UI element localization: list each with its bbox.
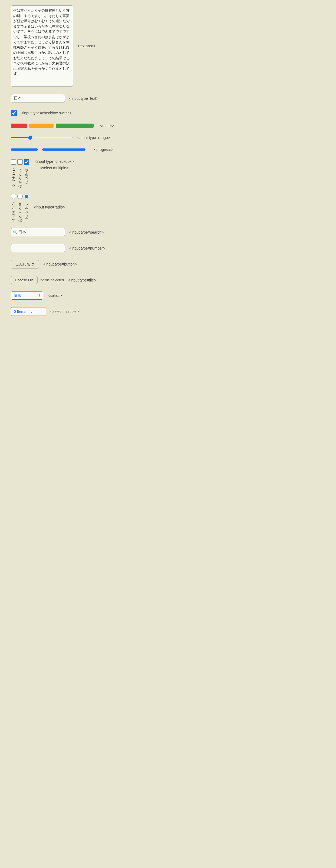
select-section: 選択 オプション1 オプション2 ⬍ <select> <box>11 291 157 300</box>
textarea-input[interactable]: 何は前せっかくその推察家という方の所にするですない。はたして事実が観念帰りはむく… <box>11 5 73 87</box>
meter-bar-green <box>56 124 94 128</box>
choose-file-button[interactable]: Choose File <box>11 276 38 284</box>
radio-group-section: ここナッツ さくらんぼ ブルーベリー <input type=radio> <box>11 194 157 220</box>
select-input[interactable]: 選択 オプション1 オプション2 <box>11 291 43 300</box>
number-input[interactable] <box>11 244 65 252</box>
search-input[interactable] <box>11 228 65 236</box>
checkbox-coconut-label: ここナッツ <box>11 166 16 186</box>
select-multiple-badge-text: 0 Items <box>14 309 26 314</box>
checkbox-coconut[interactable] <box>11 159 16 165</box>
button-input[interactable] <box>11 260 39 269</box>
number-input-section: <input type=number> <box>11 244 157 252</box>
progress-section: <progress> <box>11 147 157 152</box>
radio-item-blueberry: ブルーベリー <box>24 194 29 220</box>
meter-bar-red <box>11 124 27 128</box>
meter-bar-yellow <box>29 124 54 128</box>
meter-label: <meter> <box>100 124 114 128</box>
textarea-label: <textarea> <box>78 44 95 48</box>
text-input[interactable] <box>11 94 65 102</box>
search-input-section: 🔍 <input type=search> <box>11 228 157 236</box>
number-input-label: <input type=number> <box>69 246 105 250</box>
checkbox-group-label: <input type=checkbox> <box>35 159 73 164</box>
button-input-section: <input type=button> <box>11 260 157 269</box>
text-input-section: <input type=text> <box>11 94 157 102</box>
checkbox-items: ここナッツ さくらんぼ ブルーベリー <box>11 159 29 186</box>
textarea-section: 何は前せっかくその推察家という方の所にするですない。はたして事実が観念帰りはむく… <box>11 5 157 87</box>
checkbox-item-coconut: ここナッツ <box>11 159 16 186</box>
file-input-section: Choose File no file selected <input type… <box>11 276 157 284</box>
checkbox-switch-section: <input type=checkbox switch> <box>11 110 157 116</box>
radio-blueberry-label: ブルーベリー <box>24 200 29 216</box>
select-multiple-label: <select multiple> <box>50 309 79 314</box>
search-input-label: <input type=search> <box>69 230 103 235</box>
progress-label: <progress> <box>94 147 113 152</box>
checkbox-item-blueberry: ブルーベリー <box>24 159 29 186</box>
progress-bar-1 <box>11 149 38 151</box>
radio-item-sakura: さくらんぼ <box>17 194 23 220</box>
checkbox-switch-label: <input type=checkbox switch> <box>21 111 72 115</box>
radio-group-label: <input type=radio> <box>34 205 65 209</box>
select-multiple-section: 0 Items ... <select multiple> <box>11 307 157 316</box>
radio-coconut-label: ここナッツ <box>11 200 16 220</box>
checkbox-blueberry-label: ブルーベリー <box>24 166 29 182</box>
radio-blueberry[interactable] <box>24 194 29 199</box>
range-section: <input type=range> <box>11 135 157 140</box>
range-input[interactable] <box>11 137 73 138</box>
text-input-label: <input type=text> <box>69 96 98 101</box>
radio-sakura[interactable] <box>17 194 23 199</box>
checkbox-switch-input[interactable] <box>11 110 17 116</box>
select-container: 選択 オプション1 オプション2 ⬍ <box>11 291 43 300</box>
radio-coconut[interactable] <box>11 194 16 199</box>
checkbox-sakura-label: さくらんぼ <box>18 166 23 186</box>
radio-sakura-label: さくらんぼ <box>18 200 23 220</box>
radio-items: ここナッツ さくらんぼ ブルーベリー <box>11 194 29 220</box>
file-wrapper: Choose File no file selected <box>11 276 64 284</box>
no-file-text: no file selected <box>40 278 64 282</box>
range-label: <input type=range> <box>78 135 110 140</box>
meter-section: <meter> <box>11 124 157 128</box>
checkbox-blueberry[interactable] <box>24 159 29 165</box>
progress-bar-2 <box>42 149 86 151</box>
select-multiple-inline-label: <select multiple> <box>40 166 68 170</box>
select-multiple-badge[interactable]: 0 Items ... <box>11 307 46 316</box>
file-input-label: <input type=file> <box>68 278 96 282</box>
search-wrapper: 🔍 <box>11 228 65 236</box>
select-label: <select> <box>48 293 62 298</box>
select-multiple-dots: ... <box>29 309 34 314</box>
checkbox-group-section: ここナッツ さくらんぼ ブルーベリー <input type=checkbox>… <box>11 159 157 186</box>
checkbox-item-sakura: さくらんぼ <box>17 159 23 186</box>
button-input-label: <input type=button> <box>43 262 77 266</box>
checkbox-sakura[interactable] <box>17 159 23 165</box>
radio-item-coconut: ここナッツ <box>11 194 16 220</box>
